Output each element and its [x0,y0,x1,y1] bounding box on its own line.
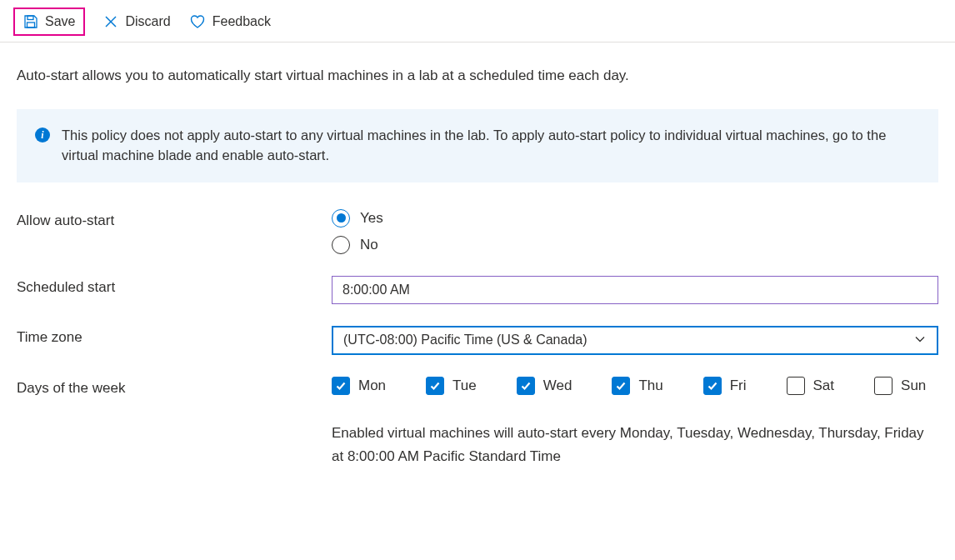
info-text: This policy does not apply auto-start to… [62,126,918,166]
checkbox-icon [612,377,630,395]
checkbox-icon [426,377,444,395]
radio-no[interactable]: No [332,236,938,254]
checkbox-icon [332,377,350,395]
radio-yes-label: Yes [360,210,383,227]
radio-icon [332,236,350,254]
day-checkbox-sat[interactable]: Sat [787,377,835,395]
timezone-row: Time zone (UTC-08:00) Pacific Time (US &… [17,326,938,355]
day-label: Wed [543,378,572,394]
checkbox-icon [517,377,535,395]
save-icon [23,14,38,29]
day-checkbox-mon[interactable]: Mon [332,377,386,395]
day-checkbox-fri[interactable]: Fri [703,377,747,395]
discard-button[interactable]: Discard [103,14,170,29]
scheduled-start-input[interactable] [332,276,938,304]
discard-label: Discard [125,14,170,29]
info-box: i This policy does not apply auto-start … [17,109,938,182]
day-label: Fri [730,378,747,394]
day-label: Sun [901,378,926,394]
day-checkbox-sun[interactable]: Sun [874,377,926,395]
svg-rect-1 [28,22,35,28]
allow-auto-start-radio-group: Yes No [332,209,938,254]
save-button[interactable]: Save [13,8,85,36]
allow-auto-start-label: Allow auto-start [17,209,332,229]
allow-auto-start-row: Allow auto-start Yes No [17,209,938,254]
day-checkbox-tue[interactable]: Tue [426,377,477,395]
feedback-label: Feedback [212,14,271,29]
intro-text: Auto-start allows you to automatically s… [17,68,938,84]
info-icon: i [35,128,50,142]
close-icon [103,14,118,29]
summary-text: Enabled virtual machines will auto-start… [332,422,938,468]
scheduled-start-row: Scheduled start [17,276,938,304]
days-label: Days of the week [17,377,332,397]
chevron-down-icon [913,332,927,348]
timezone-label: Time zone [17,326,332,346]
radio-no-label: No [360,237,378,253]
days-checkbox-group: MonTueWedThuFriSatSun [332,377,938,395]
radio-icon [332,209,350,228]
timezone-value: (UTC-08:00) Pacific Time (US & Canada) [343,332,913,348]
day-label: Tue [452,378,477,394]
day-label: Sat [813,378,835,394]
checkbox-icon [703,377,722,395]
svg-rect-0 [28,16,33,20]
radio-yes[interactable]: Yes [332,209,938,228]
checkbox-icon [787,377,805,395]
day-label: Mon [358,378,386,394]
timezone-select[interactable]: (UTC-08:00) Pacific Time (US & Canada) [332,326,938,355]
save-label: Save [45,14,75,29]
checkbox-icon [874,377,892,395]
content: Auto-start allows you to automatically s… [0,42,955,502]
heart-icon [189,13,206,30]
scheduled-start-label: Scheduled start [17,276,332,296]
day-checkbox-wed[interactable]: Wed [517,377,572,395]
days-row: Days of the week MonTueWedThuFriSatSun [17,377,938,397]
day-label: Thu [638,378,662,394]
day-checkbox-thu[interactable]: Thu [612,377,662,395]
toolbar: Save Discard Feedback [0,0,955,42]
feedback-button[interactable]: Feedback [189,13,271,30]
